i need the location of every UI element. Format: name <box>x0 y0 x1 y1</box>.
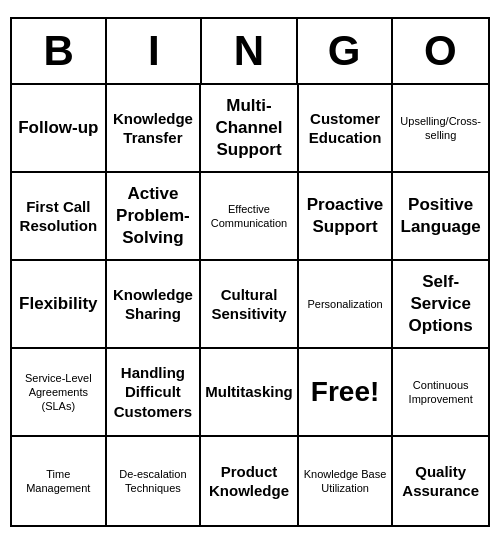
bingo-cell-7: Effective Communication <box>201 173 299 261</box>
bingo-cell-1: Knowledge Transfer <box>107 85 202 173</box>
bingo-cell-15: Service-Level Agreements (SLAs) <box>12 349 107 437</box>
bingo-cell-23: Knowledge Base Utilization <box>299 437 394 525</box>
bingo-cell-14: Self-Service Options <box>393 261 488 349</box>
bingo-cell-24: Quality Assurance <box>393 437 488 525</box>
bingo-cell-12: Cultural Sensitivity <box>201 261 299 349</box>
bingo-cell-0: Follow-up <box>12 85 107 173</box>
bingo-header: BINGO <box>12 19 488 85</box>
bingo-cell-5: First Call Resolution <box>12 173 107 261</box>
bingo-cell-11: Knowledge Sharing <box>107 261 202 349</box>
bingo-card: BINGO Follow-upKnowledge TransferMulti-C… <box>10 17 490 527</box>
bingo-cell-21: De-escalation Techniques <box>107 437 202 525</box>
bingo-letter-b: B <box>12 19 107 83</box>
bingo-letter-i: I <box>107 19 202 83</box>
bingo-cell-9: Positive Language <box>393 173 488 261</box>
bingo-cell-18: Free! <box>299 349 394 437</box>
bingo-grid: Follow-upKnowledge TransferMulti-Channel… <box>12 85 488 525</box>
bingo-cell-17: Multitasking <box>201 349 299 437</box>
bingo-cell-6: Active Problem-Solving <box>107 173 202 261</box>
bingo-cell-19: Continuous Improvement <box>393 349 488 437</box>
bingo-cell-22: Product Knowledge <box>201 437 299 525</box>
bingo-cell-8: Proactive Support <box>299 173 394 261</box>
bingo-cell-4: Upselling/Cross-selling <box>393 85 488 173</box>
bingo-letter-n: N <box>202 19 297 83</box>
bingo-cell-20: Time Management <box>12 437 107 525</box>
bingo-cell-10: Flexibility <box>12 261 107 349</box>
bingo-cell-2: Multi-Channel Support <box>201 85 299 173</box>
bingo-letter-g: G <box>298 19 393 83</box>
bingo-cell-13: Personalization <box>299 261 394 349</box>
bingo-letter-o: O <box>393 19 488 83</box>
bingo-cell-16: Handling Difficult Customers <box>107 349 202 437</box>
bingo-cell-3: Customer Education <box>299 85 394 173</box>
